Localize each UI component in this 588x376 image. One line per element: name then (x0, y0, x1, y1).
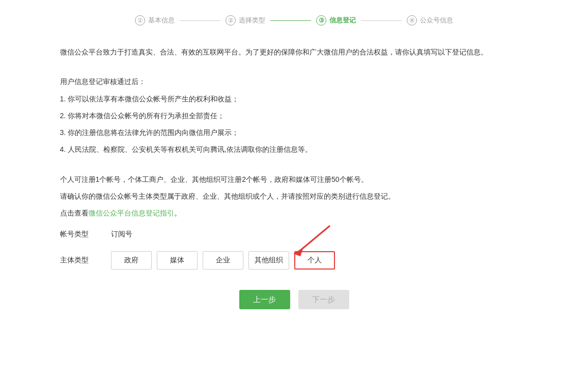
step-4: ④ 公众号信息 (407, 15, 453, 25)
subject-btn-enterprise[interactable]: 企业 (203, 251, 243, 270)
register-note-1: 个人可注册1个帐号，个体工商户、企业、其他组织可注册2个帐号，政府和媒体可注册5… (60, 173, 528, 186)
point-4: 4. 人民法院、检察院、公安机关等有权机关可向腾讯,依法调取你的注册信息等。 (60, 143, 528, 156)
step-2: ② 选择类型 (226, 15, 265, 25)
point-2: 2. 你将对本微信公众帐号的所有行为承担全部责任； (60, 110, 528, 122)
register-note-2: 请确认你的微信公众帐号主体类型属于政府、企业、其他组织或个人，并请按照对应的类别… (60, 190, 528, 203)
account-type-value: 订阅号 (111, 230, 132, 239)
account-type-label: 帐号类型 (60, 230, 101, 239)
next-button: 下一步 (298, 290, 349, 309)
step-line-2 (270, 20, 311, 21)
subject-type-row: 主体类型 政府 媒体 企业 其他组织 个人 (60, 251, 528, 270)
step-3-circle: ③ (316, 15, 326, 25)
step-1-circle: ① (135, 15, 145, 25)
subject-btn-media[interactable]: 媒体 (157, 251, 198, 270)
register-link-row: 点击查看微信公众平台信息登记指引。 (60, 207, 528, 220)
step-1-label: 基本信息 (148, 16, 175, 25)
step-2-label: 选择类型 (239, 16, 265, 25)
step-4-label: 公众号信息 (420, 16, 453, 25)
subject-btn-other-org[interactable]: 其他组织 (248, 251, 289, 270)
step-4-circle: ④ (407, 15, 417, 25)
prev-button[interactable]: 上一步 (239, 290, 290, 309)
step-3-label: 信息登记 (329, 16, 356, 25)
intro-text: 微信公众平台致力于打造真实、合法、有效的互联网平台。为了更好的保障你和广大微信用… (60, 46, 528, 59)
step-3: ③ 信息登记 (316, 15, 356, 25)
point-3: 3. 你的注册信息将在法律允许的范围内向微信用户展示； (60, 126, 528, 139)
steps-bar: ① 基本信息 ② 选择类型 ③ 信息登记 ④ 公众号信息 (60, 15, 528, 25)
arrow-indicator (289, 223, 335, 256)
point-1: 1. 你可以依法享有本微信公众帐号所产生的权利和收益； (60, 93, 528, 105)
step-line-3 (361, 20, 402, 21)
description-block: 微信公众平台致力于打造真实、合法、有效的互联网平台。为了更好的保障你和广大微信用… (60, 46, 528, 220)
after-review-label: 用户信息登记审核通过后： (60, 75, 528, 88)
subject-type-label: 主体类型 (60, 256, 101, 265)
bottom-buttons: 上一步 下一步 (60, 290, 528, 309)
step-1: ① 基本信息 (135, 15, 175, 25)
svg-marker-1 (293, 248, 303, 256)
subject-type-buttons: 政府 媒体 企业 其他组织 个人 (111, 251, 335, 270)
step-line-1 (180, 20, 220, 21)
registration-guide-link[interactable]: 微信公众平台信息登记指引 (89, 209, 174, 217)
subject-btn-government[interactable]: 政府 (111, 251, 152, 270)
step-2-circle: ② (226, 15, 236, 25)
svg-line-0 (299, 226, 330, 251)
